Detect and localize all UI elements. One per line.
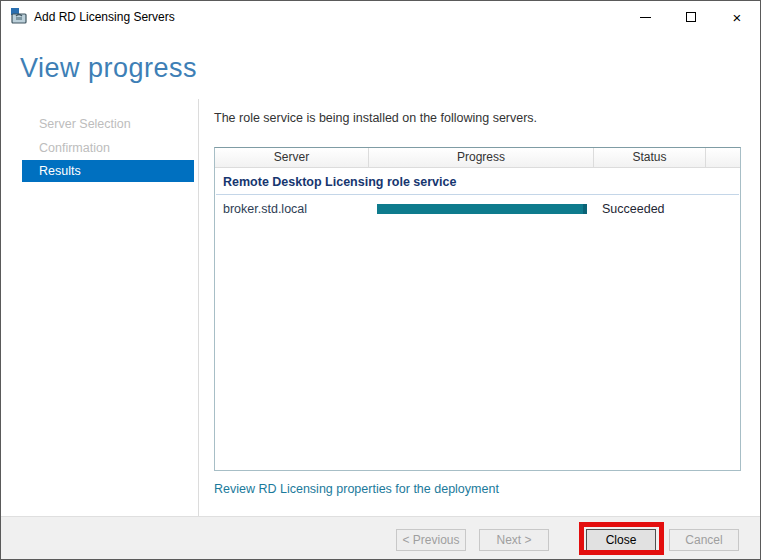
status-description: The role service is being installed on t…: [214, 111, 537, 125]
maximize-icon: [686, 12, 696, 22]
progress-bar: [377, 204, 587, 214]
progress-bar-fill: [377, 204, 587, 214]
page-title: View progress: [20, 53, 197, 84]
cancel-button: Cancel: [669, 529, 739, 551]
previous-button: < Previous: [396, 529, 466, 551]
column-header-server[interactable]: Server: [215, 148, 369, 167]
next-button: Next >: [479, 529, 549, 551]
sidebar-item-confirmation: Confirmation: [1, 137, 198, 159]
app-icon: [10, 8, 28, 26]
column-header-status[interactable]: Status: [594, 148, 706, 167]
sidebar-item-server-selection: Server Selection: [1, 113, 198, 135]
table-header-row: Server Progress Status: [215, 148, 740, 168]
close-button[interactable]: Close: [586, 529, 656, 551]
close-window-button[interactable]: ×: [714, 1, 760, 33]
group-underline: [216, 194, 739, 195]
minimize-icon: [640, 17, 651, 18]
table-group-header: Remote Desktop Licensing role service: [223, 175, 456, 189]
progress-table: Server Progress Status Remote Desktop Li…: [214, 147, 741, 471]
minimize-button[interactable]: [622, 1, 668, 33]
column-header-extra: [706, 148, 740, 167]
column-header-progress[interactable]: Progress: [369, 148, 594, 167]
server-name: broker.std.local: [223, 202, 307, 216]
status-value: Succeeded: [602, 202, 665, 216]
sidebar-divider: [198, 99, 199, 518]
window-title: Add RD Licensing Servers: [34, 10, 175, 24]
review-properties-link[interactable]: Review RD Licensing properties for the d…: [214, 482, 499, 496]
titlebar: Add RD Licensing Servers ×: [1, 1, 760, 33]
sidebar-item-results[interactable]: Results: [22, 160, 194, 182]
maximize-button[interactable]: [668, 1, 714, 33]
close-icon: ×: [733, 10, 742, 25]
wizard-window: Add RD Licensing Servers × View progress…: [0, 0, 761, 560]
